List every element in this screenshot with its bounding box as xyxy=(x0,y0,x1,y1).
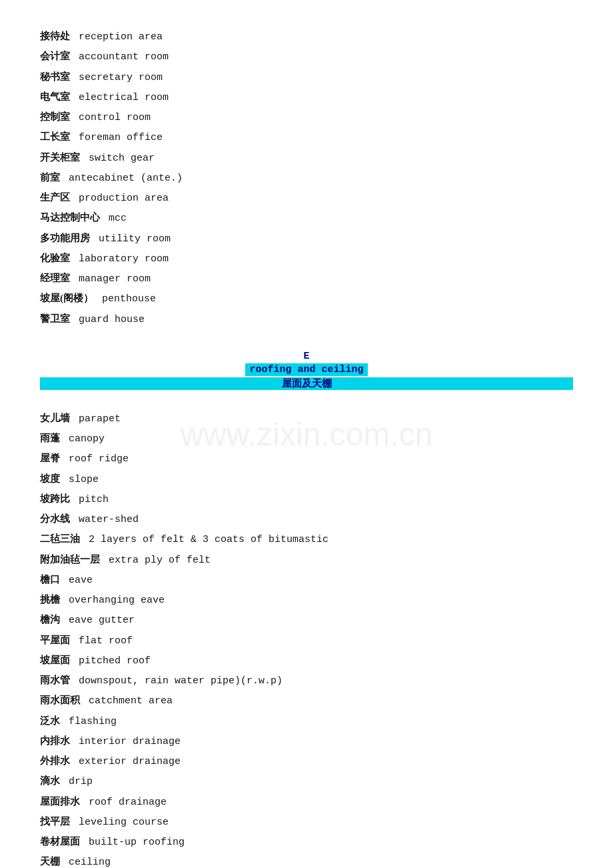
english-term: electrical room xyxy=(73,92,169,103)
chinese-term: 开关柜室 xyxy=(40,152,80,163)
list-item: 滴水 drip xyxy=(40,771,573,791)
english-term: pitch xyxy=(73,494,109,505)
english-term: mcc xyxy=(103,213,127,224)
english-term: foreman office xyxy=(73,132,163,143)
list-item: 经理室 manager room xyxy=(40,269,573,289)
list-item: 卷材屋面 built-up roofing xyxy=(40,832,573,852)
list-item: 附加油毡一层 extra ply of felt xyxy=(40,550,573,570)
chinese-term: 挑檐 xyxy=(40,594,60,605)
chinese-term: 檐口 xyxy=(40,574,60,585)
english-term: leveling course xyxy=(73,817,169,828)
section-title-chinese: 屋面及天棚 xyxy=(40,377,573,390)
chinese-term: 屋面排水 xyxy=(40,796,80,807)
chinese-term: 电气室 xyxy=(40,91,70,102)
chinese-term: 化验室 xyxy=(40,253,70,263)
chinese-term: 附加油毡一层 xyxy=(40,554,100,565)
list-item: 电气室 electrical room xyxy=(40,87,573,107)
chinese-term: 坡屋面 xyxy=(40,655,70,665)
list-item: 接待处 reception area xyxy=(40,27,573,47)
chinese-term: 滴水 xyxy=(40,775,60,786)
list-item: 屋面排水 roof drainage xyxy=(40,792,573,812)
chinese-term: 天棚 xyxy=(40,856,60,867)
english-term: ceiling xyxy=(63,857,111,868)
english-term: extra ply of felt xyxy=(103,555,211,566)
english-term: switch gear xyxy=(83,153,155,164)
chinese-term: 坡度 xyxy=(40,473,60,484)
list-item: 天棚 ceiling xyxy=(40,852,573,868)
english-term: reception area xyxy=(73,31,163,43)
list-item: 找平层 leveling course xyxy=(40,812,573,832)
list-item: 屋脊 roof ridge xyxy=(40,449,573,469)
chinese-term: 屋脊 xyxy=(40,453,60,463)
english-term: antecabinet (ante.) xyxy=(63,173,183,184)
english-term: roof drainage xyxy=(83,797,167,808)
chinese-term: 卷材屋面 xyxy=(40,836,80,847)
chinese-term: 外排水 xyxy=(40,755,70,766)
english-term: exterior drainage xyxy=(73,756,181,767)
list-item: 檐口 eave xyxy=(40,570,573,590)
section-divider-e: E roofing and ceiling 屋面及天棚 xyxy=(40,351,573,390)
english-term: guard house xyxy=(73,314,145,325)
english-term: penthouse xyxy=(96,293,156,305)
list-item: 二毡三油 2 layers of felt & 3 coats of bitum… xyxy=(40,529,573,549)
chinese-term: 女儿墙 xyxy=(40,413,70,423)
english-term: interior drainage xyxy=(73,736,181,747)
list-item: 内排水 interior drainage xyxy=(40,731,573,751)
chinese-term: 坡跨比 xyxy=(40,493,70,504)
english-term: water-shed xyxy=(73,514,139,525)
list-item: 前室 antecabinet (ante.) xyxy=(40,168,573,188)
list-item: 化验室 laboratory room xyxy=(40,249,573,269)
list-item: 秘书室 secretary room xyxy=(40,67,573,87)
chinese-term: 雨水面积 xyxy=(40,695,80,705)
chinese-term: 经理室 xyxy=(40,273,70,283)
chinese-term: 檐沟 xyxy=(40,614,60,625)
chinese-term: 会计室 xyxy=(40,51,70,61)
english-term: control room xyxy=(73,112,151,123)
list-item: 开关柜室 switch gear xyxy=(40,148,573,168)
english-term: secretary room xyxy=(73,72,163,83)
english-term: production area xyxy=(73,193,169,204)
english-term: downspout, rain water pipe)(r.w.p) xyxy=(73,675,283,687)
chinese-term: 内排水 xyxy=(40,735,70,746)
english-term: parapet xyxy=(73,413,121,425)
english-term: manager room xyxy=(73,273,151,285)
list-item: 坡屋(阁楼） penthouse xyxy=(40,289,573,309)
list-item: 檐沟 eave gutter xyxy=(40,610,573,630)
chinese-term: 工长室 xyxy=(40,131,70,142)
list-item: 雨蓬 canopy xyxy=(40,429,573,449)
english-term: slope xyxy=(63,474,99,485)
vocab-list-top: 接待处 reception area会计室 accountant room秘书室… xyxy=(40,27,573,329)
english-term: canopy xyxy=(63,433,105,445)
chinese-term: 接待处 xyxy=(40,31,70,41)
list-item: 马达控制中心 mcc xyxy=(40,208,573,228)
list-item: 女儿墙 parapet xyxy=(40,409,573,429)
chinese-term: 平屋面 xyxy=(40,635,70,645)
english-term: pitched roof xyxy=(73,655,151,667)
list-item: 坡屋面 pitched roof xyxy=(40,651,573,671)
chinese-term: 生产区 xyxy=(40,192,70,203)
chinese-term: 二毡三油 xyxy=(40,533,80,544)
chinese-term: 控制室 xyxy=(40,111,70,122)
chinese-term: 分水线 xyxy=(40,513,70,524)
list-item: 雨水管 downspout, rain water pipe)(r.w.p) xyxy=(40,671,573,691)
list-item: 坡跨比 pitch xyxy=(40,489,573,509)
english-term: accountant room xyxy=(73,51,169,63)
chinese-term: 泛水 xyxy=(40,715,60,726)
chinese-term: 警卫室 xyxy=(40,313,70,324)
list-item: 多功能用房 utility room xyxy=(40,229,573,249)
list-item: 泛水 flashing xyxy=(40,711,573,731)
chinese-term: 多功能用房 xyxy=(40,233,90,243)
english-term: overhanging eave xyxy=(63,595,165,606)
section-letter: E xyxy=(40,351,573,362)
vocab-list-bottom: 女儿墙 parapet雨蓬 canopy屋脊 roof ridge坡度 slop… xyxy=(40,409,573,868)
english-term: eave xyxy=(63,575,93,586)
list-item: 生产区 production area xyxy=(40,188,573,208)
list-item: 挑檐 overhanging eave xyxy=(40,590,573,610)
english-term: laboratory room xyxy=(73,253,169,265)
list-item: 警卫室 guard house xyxy=(40,309,573,329)
english-term: 2 layers of felt & 3 coats of bitumastic xyxy=(83,534,328,545)
english-term: eave gutter xyxy=(63,615,135,626)
chinese-term: 雨水管 xyxy=(40,675,70,685)
english-term: flat roof xyxy=(73,635,133,647)
chinese-term: 坡屋(阁楼） xyxy=(40,293,93,303)
